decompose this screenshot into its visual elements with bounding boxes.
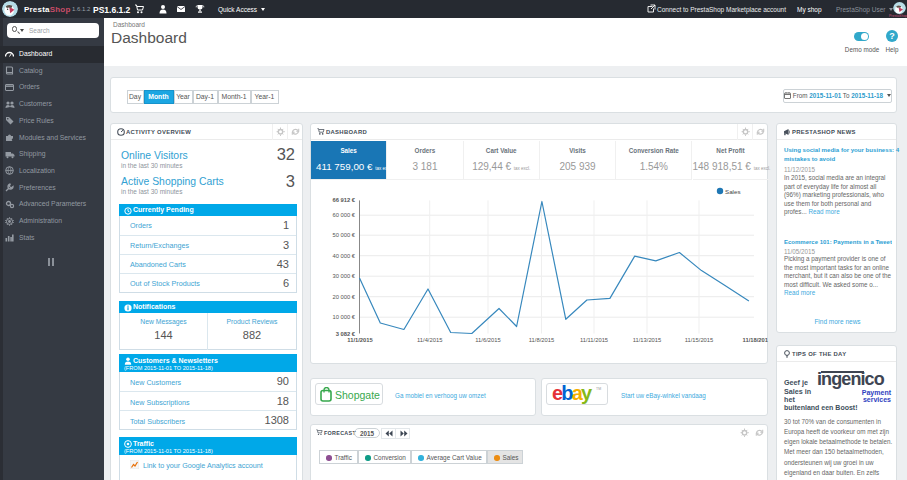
svg-text:11/4/2015: 11/4/2015: [417, 337, 442, 343]
svg-text:10 000 €: 10 000 €: [332, 314, 355, 320]
svg-text:60 000 €: 60 000 €: [332, 212, 355, 218]
svg-text:11/8/2015: 11/8/2015: [529, 337, 554, 343]
svg-text:66 912 €: 66 912 €: [332, 197, 355, 203]
svg-text:11/11/2015: 11/11/2015: [580, 337, 608, 343]
svg-text:40 000 €: 40 000 €: [332, 253, 355, 259]
svg-text:Sales: Sales: [725, 188, 740, 195]
svg-text:30 000 €: 30 000 €: [332, 273, 355, 279]
svg-text:50 000 €: 50 000 €: [332, 232, 355, 238]
svg-text:11/13/2015: 11/13/2015: [633, 337, 662, 343]
svg-text:11/1/2015: 11/1/2015: [347, 337, 373, 343]
svg-text:11/18/201: 11/18/201: [743, 337, 769, 343]
svg-text:20 000 €: 20 000 €: [332, 294, 355, 300]
svg-text:11/15/2015: 11/15/2015: [685, 337, 714, 343]
svg-text:3 082 €: 3 082 €: [336, 331, 356, 337]
svg-text:11/6/2015: 11/6/2015: [475, 337, 500, 343]
